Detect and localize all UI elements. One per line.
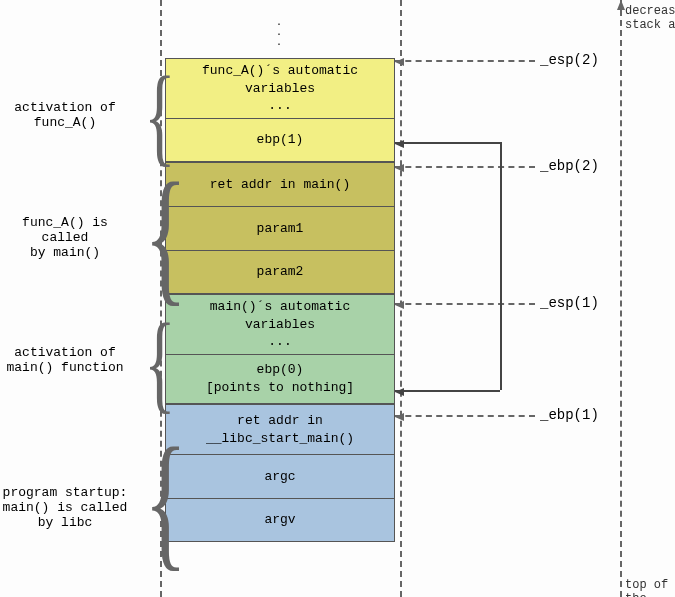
tag-ebp2: _ebp(2) xyxy=(540,158,599,174)
stack-column: ... func_A()´s automatic variables ... e… xyxy=(165,10,395,542)
cell-funcA-autovars: func_A()´s automatic variables ... xyxy=(165,58,395,118)
note-decreasing: decreasing stack addresses xyxy=(625,4,675,32)
frame-funcA-call: ret addr in main() param1 param2 xyxy=(165,162,395,294)
tag-esp2: _esp(2) xyxy=(540,52,599,68)
tag-ebp1: _ebp(1) xyxy=(540,407,599,423)
ebp-chain-1b xyxy=(500,142,502,390)
cell-param1: param1 xyxy=(165,206,395,250)
cell-ret-main: ret addr in main() xyxy=(165,162,395,206)
cell-main-autovars: main()´s automatic variables ... xyxy=(165,294,395,354)
address-axis xyxy=(620,0,622,597)
label-program-startup: program startup: main() is called by lib… xyxy=(0,485,130,530)
cell-argv: argv xyxy=(165,498,395,542)
cell-ebp0: ebp(0) [points to nothing] xyxy=(165,354,395,404)
stack-ellipsis-top: ... xyxy=(165,18,395,48)
stack-left-edge xyxy=(160,0,162,597)
cell-argc: argc xyxy=(165,454,395,498)
note-top-of-stack: top of the stack xyxy=(625,578,675,597)
label-activation-main: activation of main() function xyxy=(0,345,130,375)
ptr-ebp1 xyxy=(395,415,535,417)
frame-main-activation: main()´s automatic variables ... ebp(0) … xyxy=(165,294,395,404)
cell-ebp1: ebp(1) xyxy=(165,118,395,162)
label-activation-funcA: activation of func_A() xyxy=(0,100,130,130)
cell-ret-libc: ret addr in __libc_start_main() xyxy=(165,404,395,454)
ebp-chain-1a xyxy=(395,142,500,144)
frame-program-startup: ret addr in __libc_start_main() argc arg… xyxy=(165,404,395,542)
label-funcA-called: func_A() is called by main() xyxy=(0,215,130,260)
tag-esp1: _esp(1) xyxy=(540,295,599,311)
stack-right-edge xyxy=(400,0,402,597)
ptr-esp1 xyxy=(395,303,535,305)
ptr-esp2 xyxy=(395,60,535,62)
ptr-ebp2 xyxy=(395,166,535,168)
ebp-chain-1c xyxy=(395,390,500,392)
frame-func_A-activation: func_A()´s automatic variables ... ebp(1… xyxy=(165,58,395,162)
cell-param2: param2 xyxy=(165,250,395,294)
